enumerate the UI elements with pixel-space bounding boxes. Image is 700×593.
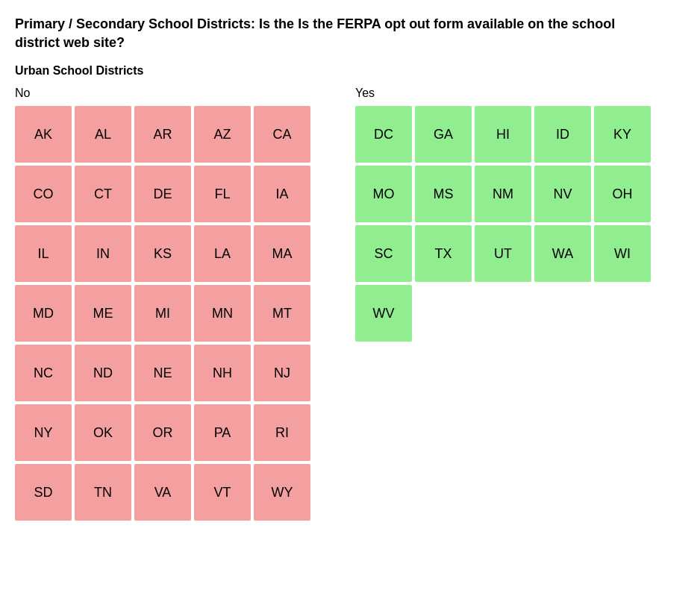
no-grid: AKALARAZCACOCTDEFLIAILINKSLAMAMDMEMIMNMT… xyxy=(15,106,310,521)
no-state-cell: OK xyxy=(75,404,131,461)
yes-state-cell: MO xyxy=(355,166,412,222)
no-state-cell: TN xyxy=(75,464,131,521)
no-state-cell: PA xyxy=(194,404,251,461)
no-state-cell: NY xyxy=(15,404,72,461)
yes-state-cell: WA xyxy=(534,225,591,282)
no-state-cell: MI xyxy=(134,285,191,342)
no-state-cell: IL xyxy=(15,225,72,282)
no-state-cell: MN xyxy=(194,285,251,342)
section-title: Urban School Districts xyxy=(15,64,685,78)
no-state-cell: OR xyxy=(134,404,191,461)
yes-state-cell: KY xyxy=(594,106,651,163)
yes-state-cell: DC xyxy=(355,106,412,163)
no-state-cell: NH xyxy=(194,345,251,401)
no-state-cell: MA xyxy=(254,225,310,282)
yes-state-cell: NV xyxy=(534,166,591,222)
no-state-cell: AZ xyxy=(194,106,251,163)
empty-cell xyxy=(415,285,472,342)
no-state-cell: NE xyxy=(134,345,191,401)
empty-cell xyxy=(475,285,531,342)
no-state-cell: CA xyxy=(254,106,310,163)
yes-state-cell: TX xyxy=(415,225,472,282)
no-state-cell: LA xyxy=(194,225,251,282)
yes-state-cell: SC xyxy=(355,225,412,282)
yes-grid: DCGAHIIDKYMOMSNMNVOHSCTXUTWAWIWV xyxy=(355,106,651,342)
no-state-cell: SD xyxy=(15,464,72,521)
no-state-cell: RI xyxy=(254,404,310,461)
no-state-cell: NC xyxy=(15,345,72,401)
yes-label: Yes xyxy=(355,87,651,100)
yes-column: Yes DCGAHIIDKYMOMSNMNVOHSCTXUTWAWIWV xyxy=(355,87,651,342)
yes-state-cell: GA xyxy=(415,106,472,163)
yes-state-cell: NM xyxy=(475,166,531,222)
no-state-cell: ME xyxy=(75,285,131,342)
no-state-cell: IA xyxy=(254,166,310,222)
no-state-cell: CT xyxy=(75,166,131,222)
yes-state-cell: OH xyxy=(594,166,651,222)
no-state-cell: ND xyxy=(75,345,131,401)
no-state-cell: FL xyxy=(194,166,251,222)
no-state-cell: IN xyxy=(75,225,131,282)
no-state-cell: DE xyxy=(134,166,191,222)
no-state-cell: VT xyxy=(194,464,251,521)
no-state-cell: MT xyxy=(254,285,310,342)
yes-state-cell: UT xyxy=(475,225,531,282)
yes-state-cell: WV xyxy=(355,285,412,342)
no-column: No AKALARAZCACOCTDEFLIAILINKSLAMAMDMEMIM… xyxy=(15,87,310,521)
no-state-cell: NJ xyxy=(254,345,310,401)
yes-state-cell: HI xyxy=(475,106,531,163)
no-state-cell: VA xyxy=(134,464,191,521)
no-state-cell: MD xyxy=(15,285,72,342)
page-title: Primary / Secondary School Districts: Is… xyxy=(15,15,657,52)
no-state-cell: AR xyxy=(134,106,191,163)
no-state-cell: AL xyxy=(75,106,131,163)
empty-cell xyxy=(534,285,591,342)
no-state-cell: AK xyxy=(15,106,72,163)
no-state-cell: CO xyxy=(15,166,72,222)
yes-state-cell: WI xyxy=(594,225,651,282)
yes-state-cell: MS xyxy=(415,166,472,222)
empty-cell xyxy=(594,285,651,342)
no-label: No xyxy=(15,87,310,100)
yes-state-cell: ID xyxy=(534,106,591,163)
no-state-cell: KS xyxy=(134,225,191,282)
no-state-cell: WY xyxy=(254,464,310,521)
